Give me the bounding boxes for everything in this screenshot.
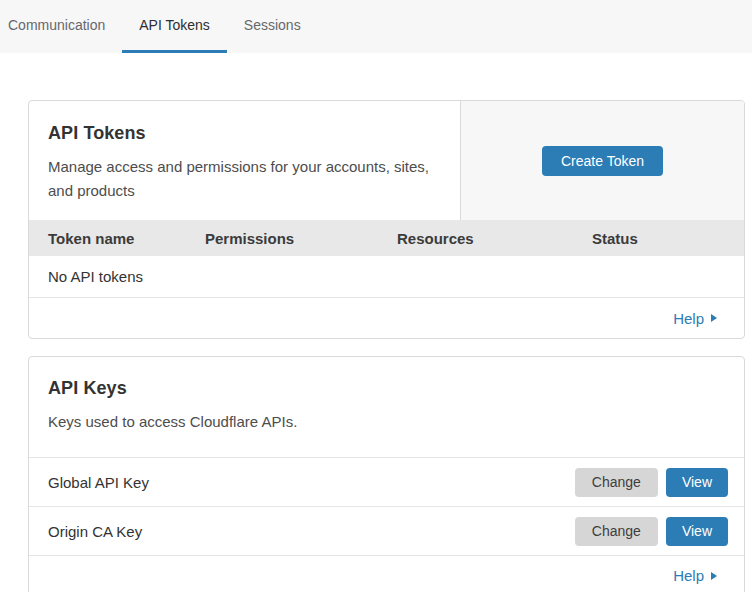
column-header-permissions: Permissions <box>205 230 397 247</box>
tab-api-tokens[interactable]: API Tokens <box>122 0 227 53</box>
help-link[interactable]: Help <box>673 310 717 327</box>
api-keys-card-footer: Help <box>29 555 744 592</box>
column-header-resources: Resources <box>397 230 592 247</box>
origin-ca-key-label: Origin CA Key <box>48 523 142 540</box>
api-tokens-description: Manage access and permissions for your a… <box>48 155 441 203</box>
global-api-key-view-button[interactable]: View <box>666 468 728 497</box>
column-header-token-name: Token name <box>48 230 205 247</box>
help-link-label: Help <box>673 310 704 327</box>
api-tokens-card: API Tokens Manage access and permissions… <box>28 100 745 339</box>
tab-sessions[interactable]: Sessions <box>227 0 318 53</box>
column-header-status: Status <box>592 230 744 247</box>
api-tokens-title: API Tokens <box>48 123 441 144</box>
api-keys-description: Keys used to access Cloudflare APIs. <box>48 410 443 434</box>
tab-communication[interactable]: Communication <box>0 0 122 53</box>
api-keys-title: API Keys <box>48 378 725 399</box>
help-arrow-icon <box>711 314 717 322</box>
settings-tab-bar: Communication API Tokens Sessions <box>0 0 752 53</box>
tokens-empty-row: No API tokens <box>29 256 744 298</box>
api-keys-card-header: API Keys Keys used to access Cloudflare … <box>29 357 744 457</box>
tokens-empty-message: No API tokens <box>48 268 143 285</box>
origin-ca-key-view-button[interactable]: View <box>666 517 728 546</box>
api-keys-card: API Keys Keys used to access Cloudflare … <box>28 356 745 592</box>
tokens-table-header: Token name Permissions Resources Status <box>29 220 744 256</box>
global-api-key-change-button[interactable]: Change <box>575 468 658 497</box>
global-api-key-row: Global API Key Change View <box>29 457 744 506</box>
api-tokens-card-header: API Tokens Manage access and permissions… <box>29 101 744 220</box>
help-link-label: Help <box>673 567 704 584</box>
page-content: API Tokens Manage access and permissions… <box>0 53 752 592</box>
api-tokens-card-header-text: API Tokens Manage access and permissions… <box>29 101 460 220</box>
origin-ca-key-change-button[interactable]: Change <box>575 517 658 546</box>
help-arrow-icon <box>711 572 717 580</box>
api-tokens-card-header-action: Create Token <box>460 101 744 220</box>
help-link[interactable]: Help <box>673 567 717 584</box>
global-api-key-label: Global API Key <box>48 474 149 491</box>
create-token-button[interactable]: Create Token <box>542 146 663 176</box>
api-tokens-card-footer: Help <box>29 298 744 338</box>
origin-ca-key-row: Origin CA Key Change View <box>29 506 744 555</box>
